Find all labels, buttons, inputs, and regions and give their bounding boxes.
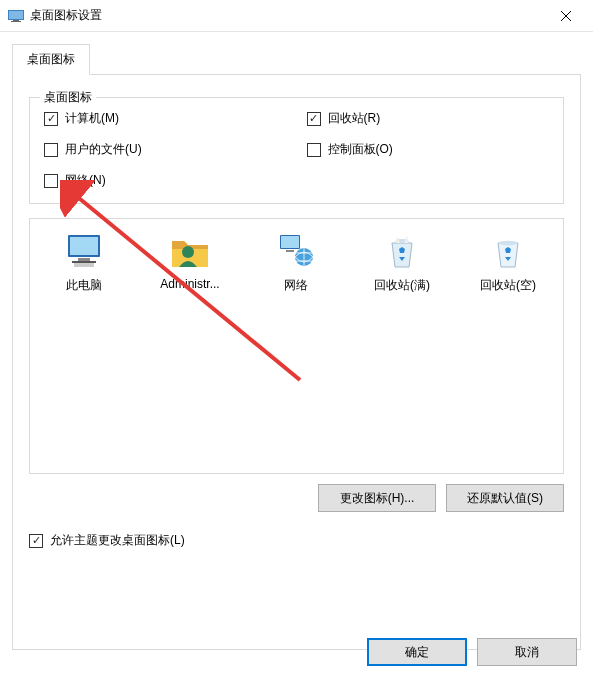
checkbox-label: 计算机(M) [65,110,119,127]
tab-desktop-icons[interactable]: 桌面图标 [12,44,90,75]
recycle-bin-full-icon [382,231,422,271]
icon-label: 回收站(满) [374,277,430,294]
checkbox-icon[interactable] [44,174,58,188]
checkbox-label: 允许主题更改桌面图标(L) [50,532,185,549]
user-folder-icon [170,231,210,271]
checkbox-icon[interactable] [307,112,321,126]
checkbox-grid: 计算机(M) 回收站(R) 用户的文件(U) 控制面板(O) 网络(N) [44,110,549,189]
window-title: 桌面图标设置 [30,7,543,24]
checkbox-allow-themes[interactable]: 允许主题更改桌面图标(L) [29,532,564,549]
checkbox-recycle-bin[interactable]: 回收站(R) [307,110,550,127]
checkbox-icon[interactable] [307,143,321,157]
checkbox-icon[interactable] [29,534,43,548]
checkbox-label: 网络(N) [65,172,106,189]
checkbox-control-panel[interactable]: 控制面板(O) [307,141,550,158]
svg-rect-15 [286,250,294,252]
svg-point-16 [498,241,518,245]
checkbox-user-files[interactable]: 用户的文件(U) [44,141,287,158]
restore-default-button[interactable]: 还原默认值(S) [446,484,564,512]
checkbox-label: 回收站(R) [328,110,381,127]
cancel-button[interactable]: 取消 [477,638,577,666]
network-icon [276,231,316,271]
tab-strip: 桌面图标 [12,44,593,75]
tab-panel: 桌面图标 计算机(M) 回收站(R) 用户的文件(U) 控制面板(O) 网络(N… [12,74,581,650]
icon-admin-user[interactable]: Administr... [146,231,234,291]
dialog-buttons: 确定 取消 [367,638,577,666]
checkbox-label: 控制面板(O) [328,141,393,158]
icon-preview-box: 此电脑 Administr... [29,218,564,474]
icon-recycle-full[interactable]: 回收站(满) [358,231,446,294]
svg-rect-1 [9,11,23,19]
svg-rect-3 [11,21,21,22]
desktop-icons-groupbox: 桌面图标 计算机(M) 回收站(R) 用户的文件(U) 控制面板(O) 网络(N… [29,97,564,204]
icon-buttons-row: 更改图标(H)... 还原默认值(S) [29,484,564,512]
app-icon [8,8,24,24]
icon-label: Administr... [160,277,219,291]
svg-rect-10 [74,263,94,267]
svg-rect-7 [70,237,98,255]
icon-row: 此电脑 Administr... [40,231,553,294]
ok-button[interactable]: 确定 [367,638,467,666]
computer-icon [64,231,104,271]
groupbox-label: 桌面图标 [40,89,96,106]
checkbox-label: 用户的文件(U) [65,141,142,158]
svg-rect-9 [72,261,96,263]
svg-point-11 [182,246,194,258]
checkbox-icon[interactable] [44,143,58,157]
icon-this-pc[interactable]: 此电脑 [40,231,128,294]
checkbox-network[interactable]: 网络(N) [44,172,287,189]
svg-rect-2 [13,20,19,21]
change-icon-button[interactable]: 更改图标(H)... [318,484,436,512]
recycle-bin-empty-icon [488,231,528,271]
checkbox-computer[interactable]: 计算机(M) [44,110,287,127]
icon-recycle-empty[interactable]: 回收站(空) [464,231,552,294]
icon-label: 回收站(空) [480,277,536,294]
checkbox-icon[interactable] [44,112,58,126]
svg-rect-8 [78,258,90,261]
svg-rect-13 [281,236,299,248]
icon-label: 网络 [284,277,308,294]
close-button[interactable] [543,0,589,32]
icon-network[interactable]: 网络 [252,231,340,294]
titlebar: 桌面图标设置 [0,0,593,32]
icon-label: 此电脑 [66,277,102,294]
